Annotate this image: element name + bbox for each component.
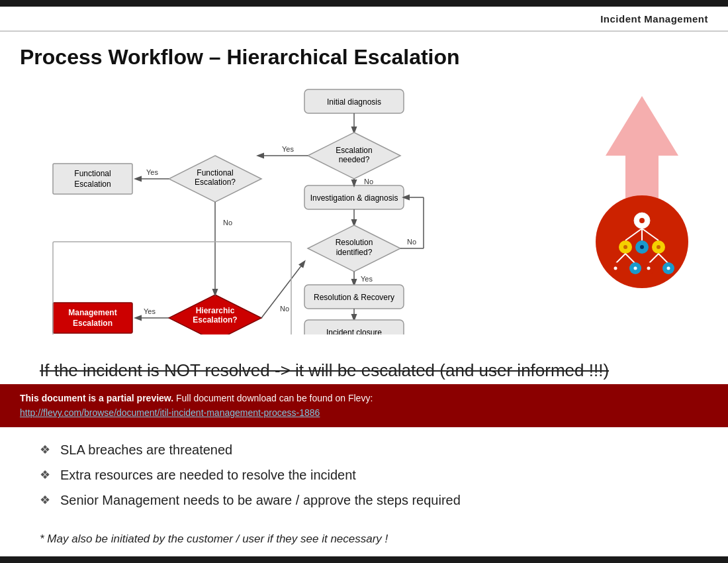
- footnote: * May also be initiated by the customer …: [0, 526, 728, 559]
- bullets-section: ❖ SLA breaches are threatened ❖ Extra re…: [0, 427, 728, 526]
- svg-text:No: No: [223, 219, 232, 227]
- footnote-text: * May also be initiated by the customer …: [40, 533, 388, 545]
- svg-text:Management: Management: [68, 308, 116, 317]
- preview-normal: Full document download can be found on F…: [176, 393, 373, 403]
- svg-point-84: [667, 267, 670, 270]
- bullet-diamond-1: ❖: [40, 442, 50, 458]
- page-title: Process Workflow – Hierarchical Escalati…: [20, 45, 708, 70]
- bullet-diamond-2: ❖: [40, 467, 50, 484]
- svg-text:identified?: identified?: [336, 248, 373, 257]
- preview-link[interactable]: http://flevy.com/browse/document/itil-in…: [20, 407, 320, 418]
- svg-point-65: [640, 245, 644, 249]
- svg-text:Incident closure: Incident closure: [326, 328, 382, 334]
- svg-text:Hierarchic: Hierarchic: [196, 306, 235, 315]
- bullet-diamond-3: ❖: [40, 492, 50, 509]
- bullet-text-3: Senior Management needs to be aware / ap…: [60, 491, 461, 509]
- svg-text:Resolution & Recovery: Resolution & Recovery: [314, 293, 394, 302]
- svg-text:Initial diagnosis: Initial diagnosis: [327, 97, 381, 107]
- right-icon: [576, 89, 708, 301]
- header-title: Incident Management: [600, 13, 708, 25]
- flowchart-area: Initial diagnosis Escalation needed? Yes…: [20, 83, 708, 337]
- svg-text:Yes: Yes: [146, 168, 158, 176]
- flowchart-diagram: Initial diagnosis Escalation needed? Yes…: [20, 83, 576, 337]
- svg-point-56: [639, 218, 645, 223]
- svg-text:Escalation?: Escalation?: [193, 315, 237, 325]
- top-bar: [0, 0, 728, 7]
- strikethrough-text: If the incident is NOT resolved -> it wi…: [40, 360, 609, 380]
- svg-text:Escalation: Escalation: [74, 179, 111, 189]
- svg-text:Functional: Functional: [197, 168, 233, 178]
- svg-rect-13: [53, 164, 132, 194]
- svg-text:Escalation: Escalation: [336, 146, 372, 155]
- svg-text:Escalation?: Escalation?: [195, 178, 236, 187]
- svg-text:Yes: Yes: [144, 307, 156, 315]
- svg-text:Resolution: Resolution: [336, 238, 373, 247]
- bullet-text-1: SLA breaches are threatened: [60, 440, 232, 459]
- preview-banner: This document is a partial preview. Full…: [0, 384, 728, 427]
- svg-text:Investigation & diagnosis: Investigation & diagnosis: [310, 193, 398, 203]
- svg-text:No: No: [364, 178, 373, 185]
- bullet-item-3: ❖ Senior Management needs to be aware / …: [40, 491, 688, 509]
- svg-text:Yes: Yes: [282, 145, 294, 153]
- partial-preview-text: If the incident is NOT resolved -> it wi…: [0, 350, 728, 384]
- svg-text:No: No: [280, 305, 289, 313]
- bullet-text-2: Extra resources are needed to resolve th…: [60, 466, 356, 484]
- bullet-item-1: ❖ SLA breaches are threatened: [40, 440, 688, 459]
- svg-text:Escalation: Escalation: [73, 319, 113, 328]
- preview-bold: This document is a partial preview.: [20, 393, 173, 403]
- svg-rect-41: [53, 303, 132, 333]
- svg-point-68: [657, 245, 660, 249]
- header: Incident Management: [0, 7, 728, 32]
- svg-point-62: [623, 245, 627, 249]
- svg-text:Functional: Functional: [74, 169, 111, 178]
- svg-point-81: [647, 267, 651, 270]
- svg-text:No: No: [407, 238, 416, 246]
- svg-point-75: [614, 267, 617, 270]
- svg-text:needed?: needed?: [339, 155, 370, 164]
- bottom-bar: [0, 556, 728, 563]
- svg-text:Yes: Yes: [361, 275, 373, 283]
- main-content: Process Workflow – Hierarchical Escalati…: [0, 32, 728, 350]
- bullet-item-2: ❖ Extra resources are needed to resolve …: [40, 466, 688, 484]
- svg-point-78: [634, 267, 637, 270]
